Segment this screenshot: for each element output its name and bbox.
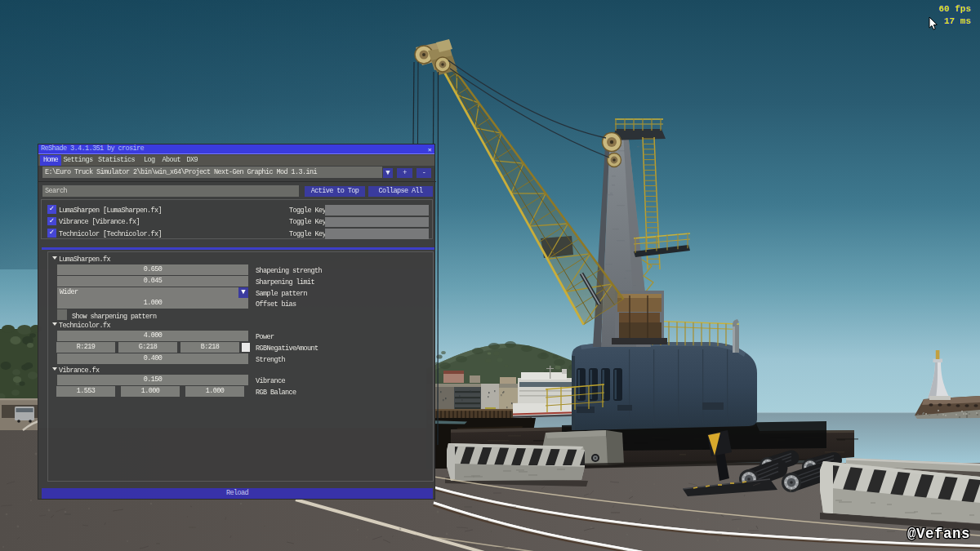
svg-text:@Vefans: @Vefans [907,526,970,542]
svg-text:60 fps: 60 fps [938,4,971,14]
svg-text:17 ms: 17 ms [944,16,971,26]
